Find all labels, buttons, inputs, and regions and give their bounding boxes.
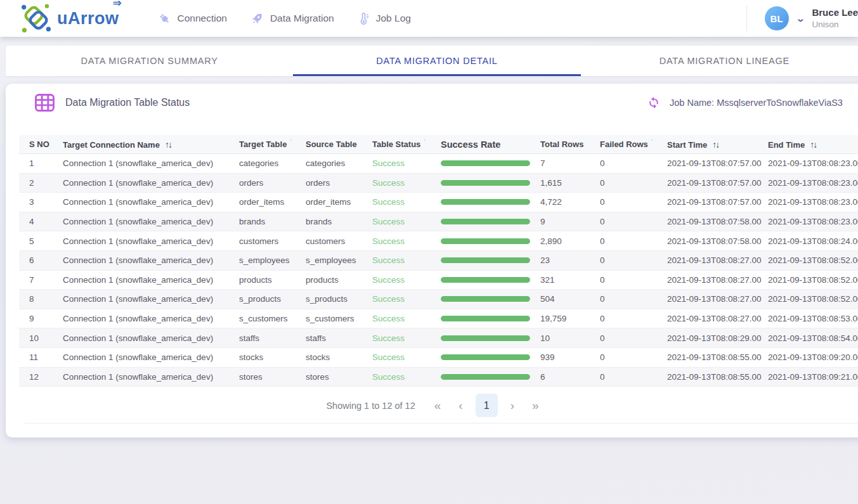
- cell-target-table: orders: [239, 178, 306, 188]
- cell-source-table: s_products: [306, 294, 372, 304]
- avatar[interactable]: BL: [765, 6, 789, 30]
- cell-success-rate: [441, 180, 540, 186]
- cell-total-rows: 19,759: [540, 314, 600, 323]
- sort-hint-icon: ˊ: [424, 139, 426, 146]
- cell-total-rows: 7: [540, 158, 600, 168]
- col-end-time[interactable]: End Time↑↓: [768, 139, 858, 150]
- panel-header: Data Migration Table Status Job Name: Ms…: [6, 84, 858, 122]
- cell-start-time: 2021-09-13T08:07:58.00: [667, 217, 768, 226]
- cell-start-time: 2021-09-13T08:07:57.00: [667, 197, 768, 207]
- col-target-connection[interactable]: Target Connection Name↑↓: [63, 139, 239, 150]
- prev-page-button[interactable]: ‹: [450, 399, 471, 411]
- first-page-button[interactable]: «: [426, 399, 450, 411]
- cell-target-table: stocks: [239, 352, 306, 362]
- user-menu[interactable]: BL ⌄ Bruce Lee Unison: [746, 6, 858, 31]
- cell-target-connection: Connection 1 (snowflake_america_dev): [63, 333, 239, 343]
- cell-s-no: 8: [19, 294, 63, 304]
- cell-end-time: 2021-09-13T08:08:52.00: [768, 255, 858, 265]
- sort-icon[interactable]: ↑↓: [165, 139, 171, 150]
- page-number-button[interactable]: 1: [476, 394, 498, 417]
- nav-item-connection[interactable]: Connection: [157, 11, 227, 26]
- col-table-status[interactable]: Table Statusˊ: [372, 139, 441, 149]
- panel-title: Data Migration Table Status: [65, 97, 190, 108]
- cell-target-connection: Connection 1 (snowflake_america_dev): [63, 197, 239, 207]
- table-row: 6 Connection 1 (snowflake_america_dev) s…: [19, 251, 858, 271]
- cell-source-table: stores: [306, 372, 372, 382]
- cell-start-time: 2021-09-13T08:07:57.00: [667, 158, 768, 168]
- cell-s-no: 9: [19, 314, 63, 323]
- table-row: 9 Connection 1 (snowflake_america_dev) s…: [19, 309, 858, 329]
- table-row: 3 Connection 1 (snowflake_america_dev) o…: [19, 193, 858, 212]
- cell-s-no: 11: [19, 352, 63, 362]
- cell-target-connection: Connection 1 (snowflake_america_dev): [63, 352, 239, 362]
- success-rate-bar: [441, 296, 530, 302]
- cell-table-status: Success: [372, 275, 441, 285]
- success-rate-bar: [441, 335, 530, 341]
- cell-target-table: brands: [239, 217, 306, 226]
- col-target-table[interactable]: Target Tableˊ: [239, 139, 306, 149]
- brand[interactable]: uArrow ⇒: [19, 3, 119, 34]
- cell-failed-rows: 0: [600, 372, 667, 382]
- tab-data-migration-lineage[interactable]: DATA MIGRATION LINEAGE: [581, 46, 858, 76]
- cell-total-rows: 504: [540, 294, 600, 304]
- user-name: Bruce Lee: [812, 6, 858, 19]
- cell-s-no: 12: [19, 372, 63, 382]
- nav-item-data-migration[interactable]: Data Migration: [250, 11, 334, 26]
- cell-start-time: 2021-09-13T08:08:27.00: [667, 314, 768, 323]
- cell-table-status: Success: [372, 255, 441, 265]
- table-row: 2 Connection 1 (snowflake_america_dev) o…: [19, 174, 858, 193]
- pagination-summary: Showing 1 to 12 of 12: [326, 401, 415, 411]
- col-failed-rows[interactable]: Failed Rowsˊ: [600, 139, 667, 149]
- sort-hint-icon: ˊ: [290, 139, 292, 146]
- cell-target-table: s_products: [239, 294, 306, 304]
- panel-divider: [25, 423, 858, 423]
- cell-s-no: 10: [19, 333, 63, 343]
- cell-s-no: 7: [19, 275, 63, 285]
- success-rate-bar: [441, 277, 530, 283]
- success-rate-bar: [441, 160, 530, 166]
- cell-source-table: customers: [306, 236, 372, 246]
- cell-table-status: Success: [372, 314, 441, 323]
- cell-start-time: 2021-09-13T08:08:27.00: [667, 294, 768, 304]
- cell-success-rate: [441, 354, 540, 360]
- chevron-down-icon[interactable]: ⌄: [795, 14, 805, 23]
- table-row: 1 Connection 1 (snowflake_america_dev) c…: [19, 154, 858, 174]
- col-start-time[interactable]: Start Time↑↓: [667, 139, 768, 150]
- cell-start-time: 2021-09-13T08:08:27.00: [667, 275, 768, 285]
- cell-end-time: 2021-09-13T08:08:54.00: [768, 333, 858, 343]
- cell-failed-rows: 0: [600, 158, 667, 168]
- next-page-button[interactable]: ›: [502, 399, 523, 411]
- refresh-icon[interactable]: [647, 96, 661, 110]
- cell-end-time: 2021-09-13T08:08:52.00: [768, 294, 858, 304]
- brand-name: uArrow: [57, 9, 119, 29]
- cell-success-rate: [441, 199, 540, 205]
- plug-icon: [157, 11, 172, 26]
- cell-target-connection: Connection 1 (snowflake_america_dev): [63, 158, 239, 168]
- col-source-table: Source Table: [306, 139, 372, 149]
- sort-icon[interactable]: ↑↓: [712, 139, 718, 150]
- cell-target-connection: Connection 1 (snowflake_america_dev): [63, 314, 239, 323]
- tab-data-migration-detail[interactable]: DATA MIGRATION DETAIL: [293, 46, 580, 76]
- cell-target-table: products: [239, 275, 306, 285]
- cell-table-status: Success: [372, 294, 441, 304]
- cell-target-connection: Connection 1 (snowflake_america_dev): [63, 372, 239, 382]
- cell-success-rate: [441, 316, 540, 321]
- sort-icon[interactable]: ↑↓: [810, 139, 816, 150]
- cell-total-rows: 1,615: [540, 178, 600, 188]
- sort-hint-icon: ˊ: [651, 139, 653, 146]
- nav-item-label: Job Log: [376, 13, 411, 24]
- tab-data-migration-summary[interactable]: DATA MIGRATION SUMMARY: [6, 46, 293, 76]
- cell-table-status: Success: [372, 178, 441, 188]
- table-status-panel: Data Migration Table Status Job Name: Ms…: [6, 84, 858, 437]
- cell-total-rows: 321: [540, 275, 600, 285]
- table-row: 7 Connection 1 (snowflake_america_dev) p…: [19, 271, 858, 290]
- nav-item-job-log[interactable]: Job Log: [357, 11, 411, 26]
- cell-s-no: 6: [19, 255, 63, 265]
- success-rate-bar: [441, 238, 530, 244]
- col-s-no: S NO: [19, 139, 63, 149]
- cell-end-time: 2021-09-13T08:08:53.00: [768, 314, 858, 323]
- cell-failed-rows: 0: [600, 333, 667, 343]
- cell-target-connection: Connection 1 (snowflake_america_dev): [63, 275, 239, 285]
- last-page-button[interactable]: »: [523, 399, 548, 411]
- cell-source-table: orders: [306, 178, 372, 188]
